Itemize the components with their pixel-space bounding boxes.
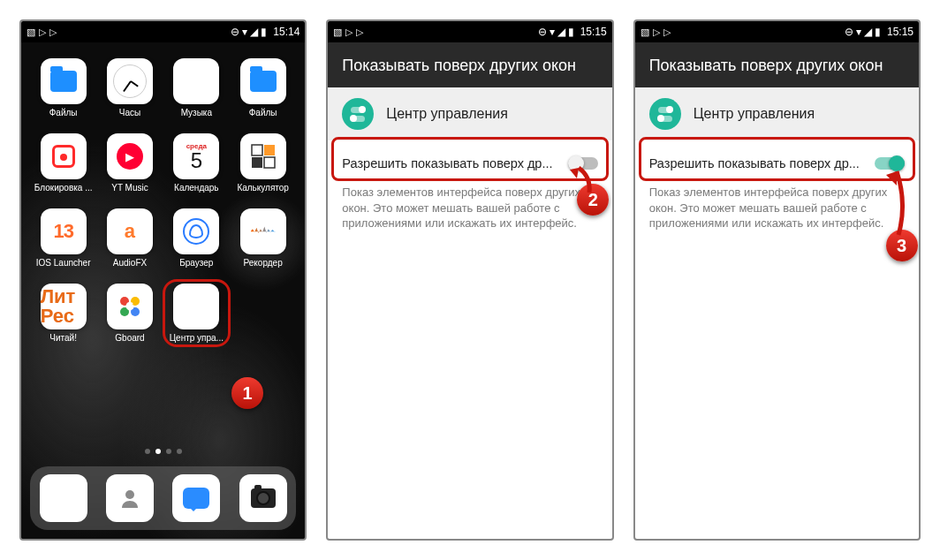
- calendar-day: 5: [191, 150, 202, 171]
- app-label: Рекордер: [244, 258, 283, 268]
- app-label: IOS Launcher: [36, 258, 91, 268]
- notif-icon: ▷: [356, 26, 363, 38]
- app-name-label: Центр управления: [694, 106, 815, 122]
- app-music[interactable]: ♪ Музыка: [167, 58, 226, 117]
- picture-icon: ▧: [333, 26, 342, 38]
- status-bar: ▧ ▷ ▷ ⊖ ▾ ◢ ▮ 15:15: [328, 21, 611, 42]
- app-files[interactable]: Файлы: [34, 58, 93, 117]
- lock-icon: [41, 133, 87, 179]
- ios13-icon: 13: [41, 208, 87, 254]
- waveform-icon: [240, 208, 286, 254]
- home-screen[interactable]: Файлы Часы ♪ Музыка Файлы Блокировка ...…: [21, 42, 305, 539]
- clock-label: 15:14: [273, 26, 299, 38]
- dock-messages[interactable]: [172, 474, 220, 522]
- dock-camera[interactable]: [239, 474, 287, 522]
- app-info-row: Центр управления: [635, 87, 919, 140]
- dock-contacts[interactable]: [106, 474, 154, 522]
- callout-3: 3: [886, 230, 918, 261]
- app-ios-launcher[interactable]: 13 IOS Launcher: [34, 208, 93, 268]
- status-bar: ▧ ▷ ▷ ⊖ ▾ ◢ ▮ 15:14: [21, 21, 305, 42]
- svg-point-9: [125, 490, 134, 499]
- status-bar: ▧ ▷ ▷ ⊖ ▾ ◢ ▮ 15:15: [635, 21, 919, 42]
- battery-icon: ▮: [261, 26, 267, 38]
- dnd-icon: ⊖: [845, 26, 853, 38]
- callout-1: 1: [231, 377, 263, 409]
- app-recorder[interactable]: Рекордер: [233, 208, 292, 268]
- app-calendar[interactable]: среда 5 Календарь: [167, 133, 226, 193]
- battery-icon: ▮: [568, 26, 574, 38]
- app-lockscreen[interactable]: Блокировка ...: [34, 133, 93, 193]
- music-icon: ♪: [173, 58, 219, 104]
- permission-description: Показ элементов интерфейса поверх других…: [635, 181, 919, 231]
- page-title: Показывать поверх других окон: [635, 42, 919, 87]
- app-gboard[interactable]: G Gboard: [100, 284, 159, 343]
- notif-icon: ▷: [663, 26, 671, 38]
- app-label: Часы: [119, 108, 140, 117]
- app-label: Читай!: [49, 333, 77, 343]
- gboard-icon: G: [107, 284, 153, 329]
- phone-screen-2: ▧ ▷ ▷ ⊖ ▾ ◢ ▮ 15:15 Показывать поверх др…: [326, 19, 613, 541]
- app-label: YT Music: [111, 183, 148, 193]
- clock-label: 15:15: [887, 26, 913, 38]
- folder-icon: [41, 58, 87, 104]
- app-control-center[interactable]: Центр упра...: [163, 279, 231, 347]
- app-audiofx[interactable]: a AudioFX: [100, 208, 159, 268]
- app-label: Калькулятор: [237, 183, 289, 193]
- app-grid: Файлы Часы ♪ Музыка Файлы Блокировка ...…: [21, 42, 305, 343]
- app-browser[interactable]: Браузер: [167, 208, 226, 268]
- app-info-row: Центр управления: [328, 87, 611, 140]
- signal-icon: ◢: [557, 26, 565, 38]
- svg-rect-2: [252, 157, 262, 168]
- svg-text:G: G: [125, 300, 133, 313]
- app-label: Gboard: [115, 333, 144, 343]
- app-label: Центр упра...: [170, 333, 224, 343]
- picture-icon: ▧: [27, 26, 35, 38]
- phone-screen-3: ▧ ▷ ▷ ⊖ ▾ ◢ ▮ 15:15 Показывать поверх др…: [633, 19, 921, 541]
- svg-rect-1: [264, 145, 275, 155]
- notif-icon: ▷: [39, 26, 46, 38]
- folder-icon: [240, 58, 286, 104]
- signal-icon: ◢: [864, 26, 872, 38]
- app-calculator[interactable]: Калькулятор: [233, 133, 292, 193]
- litres-icon: Лит Рес: [41, 284, 87, 329]
- dnd-icon: ⊖: [538, 26, 547, 38]
- calendar-icon: среда 5: [173, 133, 219, 179]
- app-read[interactable]: Лит Рес Читай!: [34, 284, 93, 343]
- ytmusic-icon: ▶: [107, 133, 153, 179]
- control-center-icon: [342, 98, 374, 130]
- page-indicator: [21, 449, 305, 454]
- app-files-2[interactable]: Файлы: [233, 58, 292, 117]
- app-label: Блокировка ...: [34, 183, 93, 193]
- clock-label: 15:15: [580, 26, 607, 38]
- audiofx-icon: a: [107, 208, 153, 254]
- app-label: Музыка: [181, 108, 212, 117]
- notif-icon: ▷: [49, 26, 57, 38]
- picture-icon: ▧: [641, 26, 649, 38]
- wifi-icon: ▾: [856, 26, 861, 38]
- app-label: Файлы: [249, 108, 277, 117]
- app-name-label: Центр управления: [386, 106, 508, 122]
- app-label: Браузер: [179, 258, 213, 268]
- control-center-icon: [173, 284, 219, 329]
- dock-phone[interactable]: [40, 474, 87, 522]
- app-label: Календарь: [174, 183, 218, 193]
- highlight-box: [639, 137, 915, 181]
- app-label: Файлы: [49, 108, 78, 117]
- dnd-icon: ⊖: [231, 26, 239, 38]
- svg-rect-3: [264, 157, 275, 168]
- notif-icon: ▷: [653, 26, 660, 38]
- clock-icon: [107, 58, 153, 104]
- page-title: Показывать поверх других окон: [328, 42, 611, 87]
- phone-screen-1: ▧ ▷ ▷ ⊖ ▾ ◢ ▮ 15:14 Файлы Часы ♪ М: [19, 19, 307, 541]
- globe-icon: [173, 208, 219, 254]
- wifi-icon: ▾: [242, 26, 247, 38]
- dock: [30, 466, 296, 530]
- highlight-box: [331, 137, 608, 181]
- app-ytmusic[interactable]: ▶ YT Music: [100, 133, 159, 193]
- signal-icon: ◢: [250, 26, 258, 38]
- app-clock[interactable]: Часы: [100, 58, 159, 117]
- control-center-icon: [649, 98, 681, 130]
- permission-description: Показ элементов интерфейса поверх других…: [328, 181, 611, 231]
- svg-rect-0: [252, 145, 262, 155]
- notif-icon: ▷: [345, 26, 352, 38]
